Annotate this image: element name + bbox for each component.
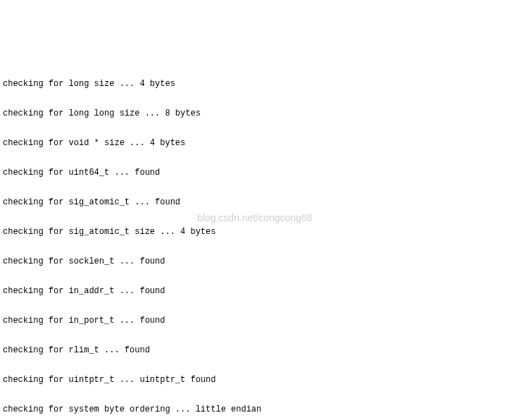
terminal-output: checking for long size ... 4 bytes check… (3, 59, 504, 420)
output-line: checking for socklen_t ... found (3, 257, 504, 266)
output-line: checking for rlim_t ... found (3, 345, 504, 355)
output-line: checking for in_port_t ... found (3, 316, 504, 326)
output-line: checking for uintptr_t ... uintptr_t fou… (3, 375, 504, 385)
output-line: checking for void * size ... 4 bytes (3, 138, 504, 148)
output-line: checking for uint64_t ... found (3, 168, 504, 178)
output-line: checking for system byte ordering ... li… (3, 404, 504, 414)
output-line: checking for in_addr_t ... found (3, 286, 504, 296)
output-line: checking for long size ... 4 bytes (3, 79, 504, 89)
output-line: checking for sig_atomic_t ... found (3, 197, 504, 207)
output-line: checking for sig_atomic_t size ... 4 byt… (3, 227, 504, 237)
output-line: checking for long long size ... 8 bytes (3, 109, 504, 118)
